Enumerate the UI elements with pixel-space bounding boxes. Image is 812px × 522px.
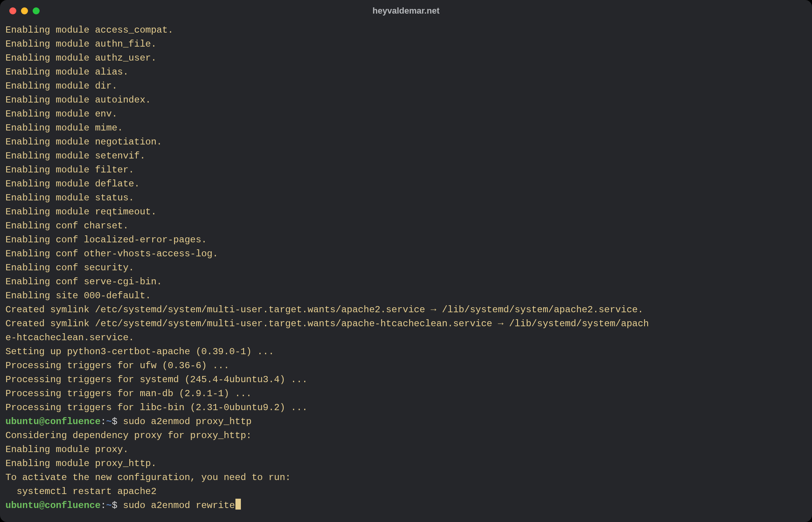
output-line: Enabling module reqtimeout. bbox=[5, 205, 807, 219]
output-line: Enabling module status. bbox=[5, 191, 807, 205]
titlebar: heyvaldemar.net bbox=[0, 0, 812, 22]
output-line: systemctl restart apache2 bbox=[5, 485, 807, 499]
output-line: Enabling module mime. bbox=[5, 121, 807, 135]
prompt-user: ubuntu bbox=[5, 500, 39, 511]
output-line: Processing triggers for ufw (0.36-6) ... bbox=[5, 359, 807, 373]
output-line: Considering dependency proxy for proxy_h… bbox=[5, 429, 807, 443]
output-line: Enabling conf localized-error-pages. bbox=[5, 233, 807, 247]
output-line: Enabling module access_compat. bbox=[5, 23, 807, 37]
output-line: Created symlink /etc/systemd/system/mult… bbox=[5, 317, 807, 331]
output-line: Enabling conf charset. bbox=[5, 219, 807, 233]
prompt-host: confluence bbox=[45, 416, 101, 427]
terminal-window: heyvaldemar.net Enabling module access_c… bbox=[0, 0, 812, 522]
output-line: Created symlink /etc/systemd/system/mult… bbox=[5, 303, 807, 317]
output-line: Enabling conf other-vhosts-access-log. bbox=[5, 247, 807, 261]
output-line: e-htcacheclean.service. bbox=[5, 331, 807, 345]
prompt-symbol: $ bbox=[112, 416, 117, 427]
output-line: Enabling module dir. bbox=[5, 79, 807, 93]
output-line: Enabling module authz_user. bbox=[5, 51, 807, 65]
output-line: Enabling module deflate. bbox=[5, 177, 807, 191]
output-line: Enabling module autoindex. bbox=[5, 93, 807, 107]
prompt-symbol: $ bbox=[112, 500, 117, 511]
output-line: Enabling module setenvif. bbox=[5, 149, 807, 163]
output-line: Enabling module alias. bbox=[5, 65, 807, 79]
output-line: Processing triggers for man-db (2.9.1-1)… bbox=[5, 387, 807, 401]
output-line: Enabling site 000-default. bbox=[5, 289, 807, 303]
prompt-sep: : bbox=[101, 500, 106, 511]
output-line: Enabling module filter. bbox=[5, 163, 807, 177]
prompt-at: @ bbox=[39, 416, 44, 427]
output-line: Processing triggers for libc-bin (2.31-0… bbox=[5, 401, 807, 415]
cursor-icon bbox=[235, 499, 241, 510]
prompt-host: confluence bbox=[45, 500, 101, 511]
output-line: Setting up python3-certbot-apache (0.39.… bbox=[5, 345, 807, 359]
output-line: Enabling module proxy_http. bbox=[5, 457, 807, 471]
output-line: Enabling module env. bbox=[5, 107, 807, 121]
output-line: Enabling module negotiation. bbox=[5, 135, 807, 149]
prompt-line-current[interactable]: ubuntu@confluence:~$ sudo a2enmod rewrit… bbox=[5, 499, 807, 513]
window-title: heyvaldemar.net bbox=[0, 6, 812, 16]
command-input[interactable]: sudo a2enmod rewrite bbox=[123, 500, 235, 511]
output-line: Processing triggers for systemd (245.4-4… bbox=[5, 373, 807, 387]
terminal-area[interactable]: Enabling module access_compat. Enabling … bbox=[0, 22, 812, 518]
output-line: Enabling conf security. bbox=[5, 261, 807, 275]
command-executed: sudo a2enmod proxy_http bbox=[123, 416, 251, 427]
output-line: To activate the new configuration, you n… bbox=[5, 471, 807, 485]
prompt-path: ~ bbox=[106, 416, 112, 427]
prompt-user: ubuntu bbox=[5, 416, 39, 427]
prompt-at: @ bbox=[39, 500, 44, 511]
output-line: Enabling module proxy. bbox=[5, 443, 807, 457]
output-line: Enabling conf serve-cgi-bin. bbox=[5, 275, 807, 289]
prompt-sep: : bbox=[101, 416, 106, 427]
prompt-path: ~ bbox=[106, 500, 112, 511]
output-line: Enabling module authn_file. bbox=[5, 37, 807, 51]
prompt-line: ubuntu@confluence:~$ sudo a2enmod proxy_… bbox=[5, 415, 807, 429]
